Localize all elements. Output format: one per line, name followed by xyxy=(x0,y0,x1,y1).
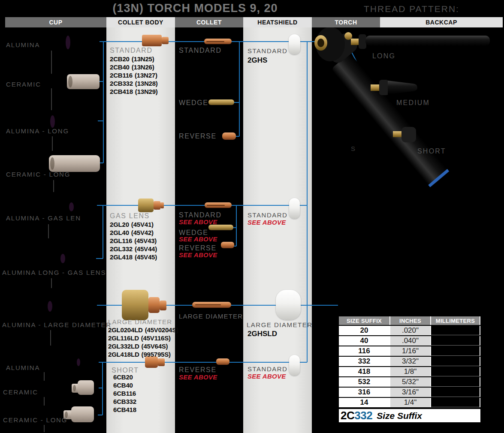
cup-ceramic-short-image xyxy=(78,380,94,395)
thread-pattern-label: THREAD PATTERN: xyxy=(364,4,459,14)
collet-body-gas-lens-heading: GAS LENS xyxy=(110,212,150,220)
collet-wedge-image xyxy=(208,99,234,105)
collet-body-short-list: 6CB20 6CB40 6CB116 6CB332 6CB418 xyxy=(113,373,136,414)
collet-body-standard-heading: STANDARD xyxy=(110,47,153,54)
column-header-backcap: BACKCAP xyxy=(380,17,503,27)
heatshield-large-diameter-code: 2GHSLD xyxy=(247,330,277,338)
inches-cell: 1/8" xyxy=(390,367,430,376)
inches-cell: .020" xyxy=(390,326,430,335)
collet-standard-label: STANDARD xyxy=(179,47,222,54)
part-code: 2CB116(13N27) xyxy=(110,71,158,79)
part-code: 2GL40(45V42) xyxy=(110,229,157,237)
cup-label-ceramic-long: CERAMIC - LONG xyxy=(6,171,70,178)
size-suffix-table: SIZE SUFFIX INCHES MILLIMETERS 20 .020" … xyxy=(339,316,480,408)
heatshield-standard-bottom-note: SEE ABOVE xyxy=(247,373,286,380)
cup-alumina-large-diameter-image xyxy=(57,289,98,321)
inches-cell: 3/32" xyxy=(390,357,430,366)
backcap-short-label: SHORT xyxy=(417,147,446,155)
inches-header: INCHES xyxy=(390,316,430,325)
stray-character: S xyxy=(351,145,356,152)
heatshield-large-diameter-image xyxy=(276,290,301,320)
table-row: 532 5/32" xyxy=(339,377,480,387)
table-row: 40 .040" xyxy=(339,336,480,346)
collet-body-large-diameter-image xyxy=(122,290,148,320)
collet-reverse-bottom-label: REVERSE xyxy=(179,366,217,374)
column-header-cup: CUP xyxy=(5,17,106,27)
collet-standard-image xyxy=(204,39,232,44)
inches-cell: .040" xyxy=(390,336,430,346)
size-suffix-example: 2C332 Size Suffix xyxy=(339,409,480,422)
collet-body-standard-screw xyxy=(162,37,169,44)
part-code: 2GL116LD(45V116S) xyxy=(108,334,178,342)
part-code: 6CB116 xyxy=(113,389,136,397)
heatshield-standard-mid-image xyxy=(289,198,300,219)
collet-body-standard-image xyxy=(142,35,162,46)
cup-label-alumina-short: ALUMINA xyxy=(6,364,40,371)
part-code: 2GL20(45V41) xyxy=(110,220,157,229)
collet-body-large-diameter-list: 2GL0204LD(45V0204S) 2GL116LD(45V116S) 2G… xyxy=(108,326,178,358)
collet-reverse-bottom-note: SEE ABOVE xyxy=(179,373,217,381)
heatshield-standard-bottom-image xyxy=(289,355,300,376)
cup-alumina-gas-lens-image xyxy=(77,196,100,217)
part-code: 2GL332(45V44) xyxy=(110,245,157,253)
cup-ceramic-image xyxy=(67,74,100,89)
millimeters-cell xyxy=(431,388,480,397)
part-code: 2CB418(13N29) xyxy=(110,87,158,96)
cup-alumina-short-image xyxy=(82,353,98,370)
heatshield-standard-label: STANDARD xyxy=(247,47,287,54)
cup-label-alumina-long-gas-lens: ALUMINA LONG - GAS LENS xyxy=(2,269,106,276)
part-code: 2GL418LD(995795S) xyxy=(108,350,178,358)
inches-cell: 1/4" xyxy=(390,398,430,407)
cup-alumina-long-gas-lens-image xyxy=(72,247,99,269)
part-code: 2CB40(13N26) xyxy=(110,63,158,71)
heatshield-standard-image xyxy=(289,34,300,54)
column-header-collet-body: COLLET BODY xyxy=(106,17,175,27)
column-header-heatshield: HEATSHIELD xyxy=(243,17,312,27)
table-row: 316 3/16" xyxy=(339,388,480,397)
part-code: 2GL116(45V43) xyxy=(110,237,157,245)
part-code: 6CB20 xyxy=(113,373,136,381)
collet-body-large-diameter-heading: LARGE DIAMETER xyxy=(108,318,172,325)
inches-cell: 5/32" xyxy=(390,377,430,387)
collet-body-large-diameter-step xyxy=(148,297,160,313)
table-row: 116 1/16" xyxy=(339,346,480,356)
size-suffix-cell: 20 xyxy=(339,326,389,335)
heatshield-standard-bottom-label: STANDARD xyxy=(247,365,287,373)
size-suffix-cell: 418 xyxy=(339,367,389,376)
heatshield-standard-mid-label: STANDARD xyxy=(247,211,287,219)
example-prefix: 2C xyxy=(341,409,354,422)
backcap-long-label: LONG xyxy=(372,52,395,60)
part-code: 2CB20(13N25) xyxy=(110,55,158,63)
collet-standard-mid-image xyxy=(205,202,232,208)
table-row: 14 1/4" xyxy=(339,398,480,407)
collet-body-gas-lens-list: 2GL20(45V41) 2GL40(45V42) 2GL116(45V43) … xyxy=(110,220,157,261)
millimeters-cell xyxy=(431,326,480,335)
collet-body-gas-lens-tip xyxy=(160,202,164,208)
part-code: 6CB418 xyxy=(113,406,136,414)
column-header-collet: COLLET xyxy=(175,17,243,27)
torch-image xyxy=(314,27,449,187)
collet-reverse-image xyxy=(222,132,236,140)
part-code: 2GL0204LD(45V0204S) xyxy=(108,326,178,334)
column-header-torch: TORCH xyxy=(312,17,380,27)
collet-body-large-diameter-tip xyxy=(160,301,166,310)
millimeters-cell xyxy=(431,346,480,356)
backcap-long-image xyxy=(351,34,490,49)
size-suffix-cell: 40 xyxy=(339,336,389,346)
collet-body-gas-lens-image xyxy=(138,198,154,212)
collet-reverse-bottom-image xyxy=(216,358,229,365)
table-row: 418 1/8" xyxy=(339,367,480,376)
label-connector-lines xyxy=(44,51,54,432)
heatshield-large-diameter-label: LARGE DIAMETER xyxy=(247,321,313,328)
table-row: 332 3/32" xyxy=(339,357,480,366)
millimeters-header: MILLIMETERS xyxy=(431,316,480,325)
cup-alumina-image xyxy=(64,33,100,51)
cup-label-ceramic: CERAMIC xyxy=(6,81,41,88)
cup-label-alumina: ALUMINA xyxy=(6,41,40,48)
example-highlight: 332 xyxy=(354,409,372,422)
millimeters-cell xyxy=(431,367,480,376)
collet-wedge-label: WEDGE xyxy=(179,99,208,107)
cup-ceramic-long-short-image xyxy=(71,406,94,422)
inches-cell: 1/16" xyxy=(390,346,430,356)
collet-reverse-mid-image xyxy=(221,242,234,248)
